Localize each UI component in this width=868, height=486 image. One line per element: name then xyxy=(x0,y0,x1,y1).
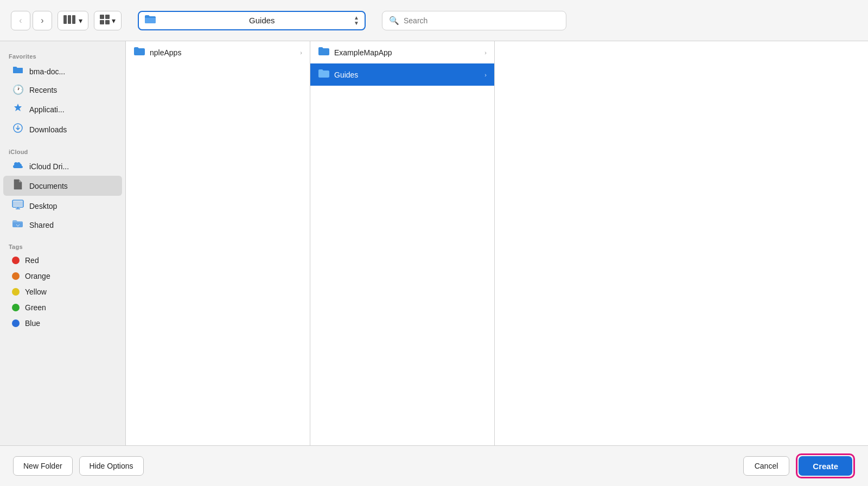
desktop-icon xyxy=(12,200,24,212)
create-button-wrapper: Create xyxy=(796,453,855,478)
view-grid-button[interactable]: ▾ xyxy=(94,11,122,30)
list-item[interactable]: Guides › xyxy=(310,63,494,86)
sidebar-orange-label: Orange xyxy=(25,272,50,280)
sidebar-item-tag-orange[interactable]: Orange xyxy=(3,268,122,284)
applications-icon xyxy=(12,103,24,116)
sidebar-item-tag-red[interactable]: Red xyxy=(3,253,122,268)
sidebar-downloads-label: Downloads xyxy=(29,125,67,134)
sidebar-item-tag-blue[interactable]: Blue xyxy=(3,316,122,331)
sidebar-desktop-label: Desktop xyxy=(29,202,57,210)
sidebar-icloud-drive-label: iCloud Dri... xyxy=(29,162,69,171)
sidebar-bma-doc-label: bma-doc... xyxy=(29,67,65,76)
chevron-down-icon2: ▾ xyxy=(112,16,116,25)
search-bar[interactable]: 🔍 xyxy=(382,11,566,30)
icloud-icon xyxy=(12,161,24,172)
search-icon: 🔍 xyxy=(389,16,399,25)
toolbar: ‹ › ▾ ▾ xyxy=(0,0,868,41)
svg-rect-5 xyxy=(100,20,104,24)
column-1: npleApps › xyxy=(126,41,310,445)
blue-dot xyxy=(12,319,20,327)
view-columns-button[interactable]: ▾ xyxy=(58,11,88,30)
column-2: ExampleMapApp › Guides › xyxy=(310,41,495,445)
sidebar-blue-label: Blue xyxy=(25,319,40,328)
svg-rect-6 xyxy=(105,20,110,24)
sidebar-applications-label: Applicati... xyxy=(29,105,65,114)
icloud-label: iCloud xyxy=(0,143,125,157)
save-dialog: ‹ › ▾ ▾ xyxy=(0,0,868,486)
svg-rect-1 xyxy=(68,15,71,24)
chevron-right-icon: › xyxy=(484,49,487,56)
sidebar: Favorites bma-doc... 🕐 Recents xyxy=(0,41,126,445)
sidebar-item-applications[interactable]: Applicati... xyxy=(3,99,122,119)
folder-icon xyxy=(318,46,330,59)
chevron-right-icon: › xyxy=(484,72,487,78)
columns-icon xyxy=(63,15,76,25)
location-text: Guides xyxy=(249,16,349,25)
item-name: ExampleMapApp xyxy=(334,48,480,57)
green-dot xyxy=(12,304,20,311)
orange-dot xyxy=(12,272,20,280)
tags-label: Tags xyxy=(0,238,125,252)
favorites-label: Favorites xyxy=(0,48,125,62)
item-name: npleApps xyxy=(150,48,296,57)
grid-icon xyxy=(100,15,110,26)
cancel-button[interactable]: Cancel xyxy=(743,456,790,476)
back-button[interactable]: ‹ xyxy=(11,11,30,30)
item-name: Guides xyxy=(334,71,480,79)
svg-rect-4 xyxy=(105,15,110,19)
list-item[interactable]: ExampleMapApp › xyxy=(310,41,494,63)
main-content: Favorites bma-doc... 🕐 Recents xyxy=(0,41,868,445)
sidebar-item-documents[interactable]: Documents xyxy=(3,176,122,196)
file-columns: npleApps › ExampleMapApp › xyxy=(126,41,868,445)
svg-rect-0 xyxy=(63,15,67,24)
hide-options-button[interactable]: Hide Options xyxy=(79,456,144,476)
sidebar-item-bma-doc[interactable]: bma-doc... xyxy=(3,62,122,80)
location-folder-icon xyxy=(144,14,245,27)
folder-icon xyxy=(133,46,145,59)
create-button[interactable]: Create xyxy=(799,456,852,476)
sidebar-shared-label: Shared xyxy=(29,221,54,229)
shared-icon xyxy=(12,219,24,231)
clock-icon: 🕐 xyxy=(12,84,24,95)
chevron-down-icon: ▾ xyxy=(79,16,82,25)
sidebar-item-downloads[interactable]: Downloads xyxy=(3,120,122,139)
sidebar-red-label: Red xyxy=(25,256,39,265)
forward-button[interactable]: › xyxy=(33,11,52,30)
svg-rect-9 xyxy=(12,201,23,206)
column-3 xyxy=(495,41,868,445)
search-input[interactable] xyxy=(404,16,559,25)
sidebar-green-label: Green xyxy=(25,303,46,312)
location-stepper[interactable]: ▲ ▼ xyxy=(354,15,359,26)
sidebar-documents-label: Documents xyxy=(29,182,68,190)
folder-icon xyxy=(12,66,24,77)
list-item[interactable]: npleApps › xyxy=(126,41,310,63)
nav-buttons: ‹ › xyxy=(11,11,52,30)
location-bar[interactable]: Guides ▲ ▼ xyxy=(138,11,366,30)
downloads-icon xyxy=(12,123,24,136)
sidebar-item-tag-yellow[interactable]: Yellow xyxy=(3,284,122,299)
sidebar-item-tag-green[interactable]: Green xyxy=(3,300,122,315)
new-folder-button[interactable]: New Folder xyxy=(13,456,73,476)
folder-icon-selected xyxy=(318,68,330,81)
chevron-right-icon: › xyxy=(300,49,302,56)
bottom-bar: New Folder Hide Options Cancel Create xyxy=(0,445,868,486)
sidebar-item-shared[interactable]: Shared xyxy=(3,216,122,234)
sidebar-yellow-label: Yellow xyxy=(25,287,47,296)
yellow-dot xyxy=(12,288,20,296)
sidebar-item-desktop[interactable]: Desktop xyxy=(3,196,122,215)
sidebar-item-recents[interactable]: 🕐 Recents xyxy=(3,81,122,99)
svg-rect-3 xyxy=(100,15,104,19)
svg-rect-2 xyxy=(72,15,75,24)
documents-icon xyxy=(12,179,24,193)
red-dot xyxy=(12,257,20,264)
sidebar-item-icloud-drive[interactable]: iCloud Dri... xyxy=(3,158,122,175)
sidebar-recents-label: Recents xyxy=(29,86,57,94)
